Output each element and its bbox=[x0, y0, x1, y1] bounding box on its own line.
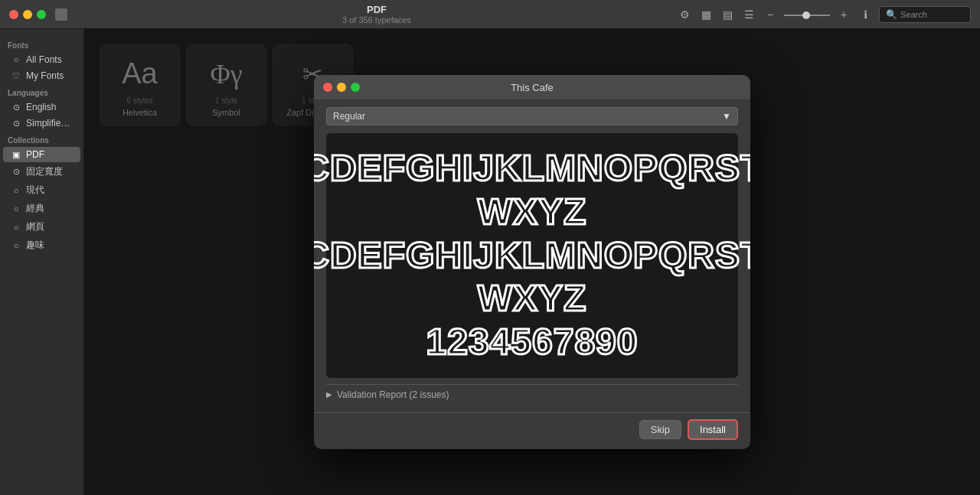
my-fonts-icon: ♡ bbox=[11, 71, 21, 81]
sidebar-item-fixed-width[interactable]: ⊙ 固定寬度 bbox=[3, 163, 80, 181]
main-layout: Fonts ○ All Fonts ♡ My Fonts Languages ⊙… bbox=[0, 29, 980, 495]
content-area: Aa 6 styles Helvetica Φγ 1 style Symbol … bbox=[84, 29, 980, 495]
sidebar-item-label: 經典 bbox=[26, 202, 44, 215]
app-subtitle: 3 of 356 typefaces bbox=[342, 15, 411, 24]
sidebar-item-label: My Fonts bbox=[26, 70, 64, 81]
pdf-icon: ▣ bbox=[11, 150, 21, 160]
preview-numbers: 1234567890 bbox=[426, 321, 639, 362]
modal-traffic-lights bbox=[323, 83, 360, 92]
traffic-lights bbox=[9, 10, 46, 19]
sidebar-item-label: 趣味 bbox=[26, 239, 44, 252]
sidebar-item-label: PDF bbox=[26, 149, 44, 160]
sidebar-item-web[interactable]: ○ 網頁 bbox=[3, 218, 80, 236]
sidebar-item-label: All Fonts bbox=[26, 54, 62, 65]
preview-line-1: ABCDEFGHIJKLMNOPQRSTUV bbox=[314, 148, 750, 189]
modal-body: Regular ▼ ABCDEFGHIJKLMNOPQRSTUV WXYZ bbox=[314, 99, 750, 412]
toolbar-icons: ⚙ ▦ ▤ ☰ − + ℹ 🔍 Search bbox=[677, 6, 971, 23]
collections-section-label: Collections bbox=[0, 132, 83, 146]
simplified-chinese-icon: ⊙ bbox=[11, 119, 21, 129]
style-select-box[interactable]: Regular ▼ bbox=[326, 107, 738, 125]
sidebar-item-my-fonts[interactable]: ♡ My Fonts bbox=[3, 68, 80, 83]
sidebar-toggle-icon[interactable] bbox=[55, 8, 67, 21]
chevron-down-icon: ▼ bbox=[722, 111, 731, 122]
sidebar-item-classic[interactable]: ○ 經典 bbox=[3, 200, 80, 217]
languages-section-label: Languages bbox=[0, 84, 83, 99]
search-box[interactable]: 🔍 Search bbox=[879, 6, 971, 23]
modern-icon: ○ bbox=[11, 186, 21, 195]
preview-lowercase-line2: WXYZ bbox=[478, 278, 587, 318]
list-icon[interactable]: ▤ bbox=[720, 7, 735, 22]
modal-expand-button[interactable] bbox=[351, 83, 360, 92]
sidebar-item-label: 網頁 bbox=[26, 220, 44, 233]
search-placeholder: Search bbox=[900, 10, 927, 19]
maximize-button[interactable] bbox=[37, 10, 46, 19]
preview-line-5: 1234567890 bbox=[426, 322, 639, 363]
english-icon: ⊙ bbox=[11, 103, 21, 112]
modal-footer: Skip Install bbox=[314, 412, 750, 449]
sidebar-item-modern[interactable]: ○ 現代 bbox=[3, 181, 80, 199]
search-icon: 🔍 bbox=[886, 9, 897, 20]
modal-title: This Cafe bbox=[511, 82, 554, 93]
slider-bar[interactable] bbox=[784, 15, 830, 16]
preview-lowercase-line1: ABCDEFGHIJKLMNOPQRSTUV bbox=[314, 235, 750, 275]
app-title: PDF bbox=[367, 4, 387, 15]
settings-icon[interactable]: ⚙ bbox=[677, 7, 692, 22]
sidebar: Fonts ○ All Fonts ♡ My Fonts Languages ⊙… bbox=[0, 29, 84, 495]
sidebar-item-label: 固定寬度 bbox=[26, 165, 63, 178]
sidebar-item-label: 現代 bbox=[26, 184, 44, 197]
fonts-section-label: Fonts bbox=[0, 37, 83, 51]
fun-icon: ○ bbox=[11, 241, 21, 250]
preview-line-3: ABCDEFGHIJKLMNOPQRSTUV bbox=[314, 236, 750, 276]
detail-icon[interactable]: ☰ bbox=[741, 7, 756, 22]
fixed-width-icon: ⊙ bbox=[11, 167, 21, 177]
modal-overlay: This Cafe Regular ▼ ABCDEFGHIJKLMN bbox=[84, 29, 980, 495]
sidebar-item-fun[interactable]: ○ 趣味 bbox=[3, 236, 80, 254]
preview-uppercase-line2: WXYZ bbox=[478, 191, 587, 232]
sidebar-item-label: English bbox=[26, 102, 56, 112]
sidebar-item-english[interactable]: ⊙ English bbox=[3, 99, 80, 115]
sidebar-item-pdf[interactable]: ▣ PDF bbox=[3, 147, 80, 162]
grid-icon[interactable]: ▦ bbox=[698, 7, 714, 22]
info-icon[interactable]: ℹ bbox=[858, 7, 873, 22]
preview-uppercase-line1: ABCDEFGHIJKLMNOPQRSTUV bbox=[314, 148, 750, 188]
style-label: Regular bbox=[333, 111, 365, 122]
install-button[interactable]: Install bbox=[688, 419, 738, 440]
preview-line-2: WXYZ bbox=[478, 192, 587, 233]
close-button[interactable] bbox=[9, 10, 18, 19]
slider-plus-icon[interactable]: + bbox=[836, 7, 851, 22]
modal-window: This Cafe Regular ▼ ABCDEFGHIJKLMN bbox=[314, 75, 750, 449]
sidebar-item-all-fonts[interactable]: ○ All Fonts bbox=[3, 52, 80, 67]
slider-minus-icon[interactable]: − bbox=[763, 7, 778, 22]
skip-button[interactable]: Skip bbox=[639, 420, 681, 439]
title-bar: PDF 3 of 356 typefaces ⚙ ▦ ▤ ☰ − + ℹ 🔍 S… bbox=[0, 0, 980, 29]
sidebar-item-label: Simplified Chi... bbox=[26, 118, 73, 129]
preview-line-4: WXYZ bbox=[478, 278, 587, 319]
web-icon: ○ bbox=[11, 223, 21, 232]
sidebar-item-simplified-chinese[interactable]: ⊙ Simplified Chi... bbox=[3, 116, 80, 131]
style-selector[interactable]: Regular ▼ bbox=[326, 107, 738, 125]
minimize-button[interactable] bbox=[23, 10, 32, 19]
title-info: PDF 3 of 356 typefaces bbox=[77, 4, 677, 24]
classic-icon: ○ bbox=[11, 204, 21, 213]
modal-minimize-button[interactable] bbox=[337, 83, 346, 92]
all-fonts-icon: ○ bbox=[11, 55, 21, 64]
modal-close-button[interactable] bbox=[323, 83, 332, 92]
validation-text: Validation Report (2 issues) bbox=[337, 389, 449, 400]
modal-title-bar: This Cafe bbox=[314, 75, 750, 99]
font-preview-area: ABCDEFGHIJKLMNOPQRSTUV WXYZ ABCDEFGHIJKL… bbox=[326, 133, 738, 378]
validation-arrow-icon: ▶ bbox=[326, 390, 332, 399]
validation-row[interactable]: ▶ Validation Report (2 issues) bbox=[326, 384, 738, 405]
